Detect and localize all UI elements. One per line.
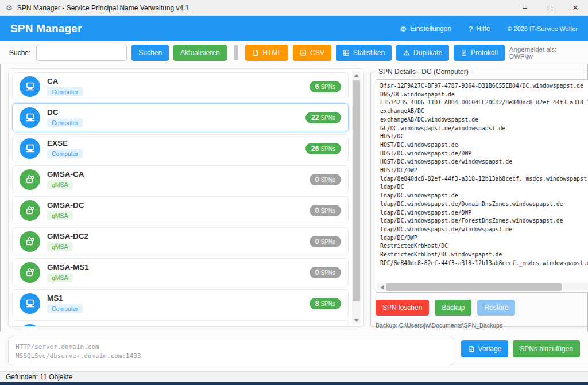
scroll-up-icon[interactable] (352, 71, 361, 79)
settings-link[interactable]: ⚙ Einstellungen (400, 25, 451, 33)
spn-entry[interactable]: HOST/DC.windowspapst.de (380, 141, 588, 150)
spn-entry[interactable]: ldap/DC.windowspapst.de/DomainDnsZones.w… (380, 200, 588, 209)
minimize-button[interactable]: – (512, 0, 537, 15)
spn-entry[interactable]: ldap/DC.windowspapst.de/windowspapst.de (380, 225, 588, 234)
scroll-left-icon[interactable] (377, 283, 385, 291)
question-icon: ? (469, 25, 473, 33)
window-title: SPN Manager - Service Principal Name Ver… (17, 4, 189, 12)
account-type-icon (20, 231, 40, 252)
search-button[interactable]: Suchen (131, 45, 169, 61)
lock-icon (25, 236, 36, 247)
spn-entry[interactable]: ldap/DC/DWP (380, 234, 588, 243)
warning-icon (403, 49, 410, 56)
hscrollbar-thumb[interactable] (386, 283, 562, 291)
spn-entry[interactable]: HOST/DC.windowspapst.de/DWP (380, 150, 588, 158)
status-found-text: Gefunden: 11 Objekte (6, 373, 73, 381)
computer-icon (25, 298, 36, 309)
account-type-icon (20, 107, 40, 128)
delete-spn-button[interactable]: SPN löschen (376, 300, 429, 316)
spn-entry[interactable]: exchangeAB/DC (380, 107, 588, 116)
spn-entry[interactable]: HOST/DC.windowspapst.de/windowspapst.de (380, 158, 588, 166)
account-type-icon (20, 169, 40, 190)
spn-count-badge: 8 SPNs (310, 298, 341, 309)
spn-count-badge: 0 SPNs (310, 205, 341, 216)
logged-in-text: Angemeldet als: DWP\jw (509, 46, 579, 60)
close-button[interactable]: ✕ (563, 0, 588, 15)
spn-list-hscrollbar[interactable] (377, 283, 588, 291)
account-row[interactable]: DC Computer 22 SPNs (12, 103, 349, 131)
spn-entry[interactable]: GC/DC.windowspapst.de/windowspapst.de (380, 125, 588, 133)
help-link[interactable]: ? Hilfe (469, 25, 490, 33)
computer-icon (25, 143, 36, 154)
account-type-icon (20, 262, 40, 283)
protocol-button[interactable]: Protokoll (454, 45, 505, 61)
account-name: GMSA-CA (47, 170, 84, 178)
spn-entry[interactable]: ldap/DC.windowspapst.de (380, 192, 588, 200)
account-row[interactable]: MS1 Computer 8 SPNs (12, 289, 349, 317)
account-row[interactable]: GMSA-MS1 gMSA 0 SPNs (12, 258, 349, 286)
account-row[interactable]: GMSA-DC gMSA 0 SPNs (12, 196, 349, 224)
copyright-text: © 2026 IT-Service Walter (507, 25, 578, 32)
export-html-button[interactable]: HTML (245, 45, 288, 61)
spn-entry[interactable]: exchangeAB/DC.windowspapst.de (380, 116, 588, 125)
log-icon (461, 49, 467, 56)
toolbar: Suche: Suchen Aktualisieren HTML CSV Sta… (0, 41, 588, 64)
spn-entry[interactable]: RPC/8e840dc8-82ef-44f3-a318-12b13ab8cecf… (380, 259, 588, 268)
account-row[interactable]: CA Computer 6 SPNs (12, 72, 349, 100)
spn-entry[interactable]: RestrictedKrbHost/DC (380, 242, 588, 251)
account-type-tag: Computer (47, 87, 83, 96)
account-type-tag: Computer (47, 118, 83, 127)
computer-icon (25, 81, 36, 92)
spn-input-textarea[interactable]: HTTP/server.domain.com MSSQLSvc/dbserver… (8, 337, 454, 365)
computer-icon (25, 112, 36, 123)
refresh-button[interactable]: Aktualisieren (173, 45, 227, 61)
lock-icon (25, 205, 36, 216)
spn-count-badge: 0 SPNs (310, 174, 341, 185)
account-row[interactable]: EXSE Computer 26 SPNs (12, 134, 349, 162)
spn-entry[interactable]: ldap/DC (380, 183, 588, 192)
maximize-button[interactable]: □ (537, 0, 563, 15)
page-title: SPN Manager (10, 22, 82, 35)
window-bottom-edge (0, 382, 588, 385)
spn-entry[interactable]: RestrictedKrbHost/DC.windowspapst.de (380, 251, 588, 259)
account-row[interactable]: GMSA-DC2 gMSA 0 SPNs (12, 227, 349, 255)
backup-button[interactable]: Backup (435, 300, 471, 316)
spn-entry[interactable]: HOST/DC (380, 133, 588, 141)
spn-entry[interactable]: Dfsr-12F9A27C-BF97-4787-9364-D31B6C55EB0… (380, 82, 588, 91)
grid-icon (343, 49, 350, 56)
account-row[interactable]: GMSA-CA gMSA 0 SPNs (12, 165, 349, 193)
status-bar: Gefunden: 11 Objekte (0, 371, 588, 382)
spn-entry[interactable]: DNS/DC.windowspapst.de (380, 91, 588, 99)
accounts-scrollbar[interactable] (352, 71, 361, 324)
scroll-down-icon[interactable] (352, 316, 361, 324)
account-row[interactable]: MS2 (12, 320, 349, 327)
account-type-tag: gMSA (47, 211, 73, 220)
scrollbar-thumb[interactable] (353, 80, 360, 301)
spn-details-title: SPN Details - DC (Computer) (376, 68, 471, 76)
restore-button[interactable]: Restore (477, 300, 515, 316)
account-type-tag: Computer (47, 304, 83, 313)
spn-entry[interactable]: HOST/DC/DWP (380, 166, 588, 175)
template-button[interactable]: Vorlage (461, 340, 509, 357)
window-titlebar: ⚙ SPN Manager - Service Principal Name V… (0, 0, 588, 16)
statistics-button[interactable]: Statistiken (336, 45, 392, 61)
search-input[interactable] (36, 45, 127, 61)
gear-icon: ⚙ (400, 25, 407, 33)
document-icon (252, 49, 259, 56)
add-spns-button[interactable]: SPNs hinzufügen (513, 340, 580, 357)
spn-entry[interactable]: ldap/DC.windowspapst.de/ForestDnsZones.w… (380, 217, 588, 225)
spn-listbox: Dfsr-12F9A27C-BF97-4787-9364-D31B6C55EB0… (376, 79, 588, 293)
spn-entry[interactable]: ldap/8e840dc8-82ef-44f3-a318-12b13ab8cec… (380, 175, 588, 184)
account-name: GMSA-DC2 (47, 232, 88, 240)
spn-count-badge: 6 SPNs (310, 81, 341, 92)
search-label: Suche: (9, 49, 30, 57)
spn-details-group: SPN Details - DC (Computer) Dfsr-12F9A27… (370, 72, 588, 327)
spn-entry[interactable]: E3514235-4B06-11D1-AB04-00C04FC2DCD2/8e8… (380, 99, 588, 107)
account-name: DC (47, 108, 83, 116)
account-type-tag: gMSA (47, 242, 73, 251)
spn-entry[interactable]: ldap/DC.windowspapst.de/DWP (380, 209, 588, 217)
spn-count-badge: 0 SPNs (310, 267, 341, 278)
spn-count-badge: 26 SPNs (305, 143, 341, 154)
duplicates-button[interactable]: Duplikate (396, 45, 449, 61)
export-csv-button[interactable]: CSV (293, 45, 331, 61)
